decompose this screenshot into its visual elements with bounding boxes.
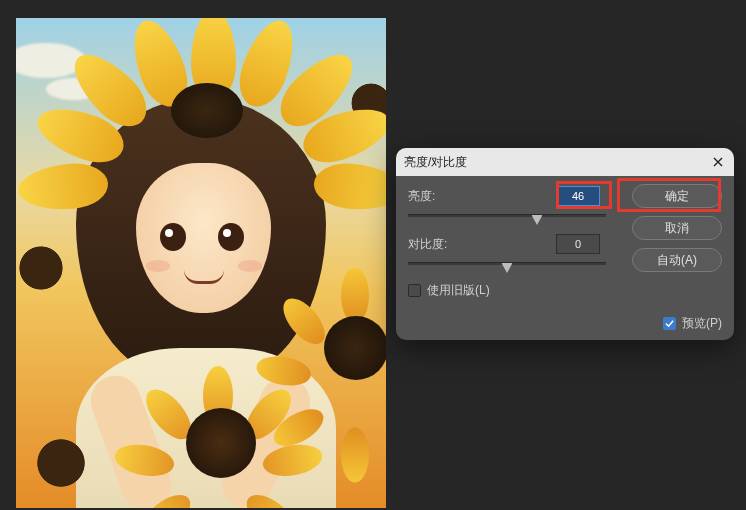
contrast-label: 对比度: — [408, 236, 556, 253]
cancel-button[interactable]: 取消 — [632, 216, 722, 240]
ok-button[interactable]: 确定 — [632, 184, 722, 208]
dialog-titlebar[interactable]: 亮度/对比度 — [396, 148, 734, 176]
contrast-slider[interactable] — [408, 260, 606, 274]
brightness-contrast-dialog: 亮度/对比度 亮度: 对比度: 使用旧版(L) — [396, 148, 734, 340]
use-legacy-checkbox[interactable] — [408, 284, 421, 297]
close-icon[interactable] — [710, 154, 726, 170]
contrast-input[interactable] — [556, 234, 600, 254]
preview-checkbox[interactable] — [663, 317, 676, 330]
brightness-label: 亮度: — [408, 188, 556, 205]
use-legacy-label: 使用旧版(L) — [427, 282, 490, 299]
auto-button[interactable]: 自动(A) — [632, 248, 722, 272]
dialog-title: 亮度/对比度 — [404, 154, 467, 171]
preview-label: 预览(P) — [682, 315, 722, 332]
brightness-input[interactable] — [556, 186, 600, 206]
brightness-slider[interactable] — [408, 212, 606, 226]
canvas-image — [16, 18, 386, 508]
